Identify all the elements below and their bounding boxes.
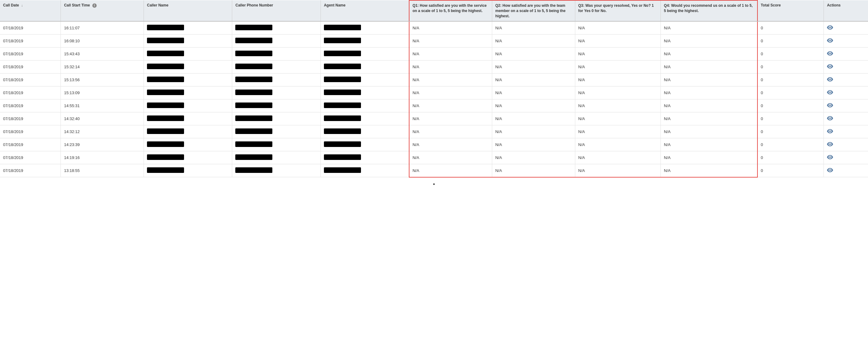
redacted-caller-phone (235, 64, 272, 69)
cell-q3: N/A (575, 86, 661, 99)
info-icon[interactable]: i (92, 3, 97, 8)
cell-q3: N/A (575, 125, 661, 138)
cell-total-score: 0 (757, 112, 824, 125)
table-row: 07/18/201915:43:43N/AN/AN/AN/A0 (0, 48, 868, 61)
table-row: 07/18/201913:18:55N/AN/AN/AN/A0 (0, 164, 868, 177)
redacted-caller-name (147, 25, 184, 30)
cell-q2: N/A (492, 61, 575, 73)
cell-actions (824, 164, 868, 177)
col-header-q3: Q3: Was your query resolved, Yes or No? … (575, 0, 661, 21)
cell-q4: N/A (661, 99, 757, 112)
table-row: 07/18/201916:11:07N/AN/AN/AN/A0 (0, 21, 868, 35)
cell-agent-name (320, 99, 409, 112)
cell-agent-name (320, 48, 409, 61)
view-button[interactable] (827, 155, 833, 159)
cell-agent-name (320, 86, 409, 99)
cell-q3: N/A (575, 48, 661, 61)
cell-q4: N/A (661, 73, 757, 86)
redacted-caller-name (147, 116, 184, 121)
redacted-caller-phone (235, 154, 272, 160)
cell-caller-name (144, 61, 232, 73)
redacted-caller-phone (235, 128, 272, 134)
cell-q2: N/A (492, 164, 575, 177)
cell-q3: N/A (575, 112, 661, 125)
cell-caller-phone (232, 99, 320, 112)
cell-q3: N/A (575, 61, 661, 73)
view-button[interactable] (827, 38, 833, 42)
cell-q1: N/A (409, 151, 492, 164)
cell-q1: N/A (409, 48, 492, 61)
cell-total-score: 0 (757, 151, 824, 164)
view-button[interactable] (827, 77, 833, 82)
cell-q2: N/A (492, 125, 575, 138)
cell-q3: N/A (575, 164, 661, 177)
redacted-agent-name (324, 154, 361, 160)
view-button[interactable] (827, 129, 833, 133)
cell-total-score: 0 (757, 35, 824, 48)
cell-q3: N/A (575, 21, 661, 35)
redacted-caller-name (147, 77, 184, 82)
cell-call-start: 16:08:10 (61, 35, 144, 48)
cell-caller-name (144, 125, 232, 138)
col-header-q4: Q4: Would you recommend us on a scale of… (661, 0, 757, 21)
redacted-caller-phone (235, 38, 272, 43)
cell-q1: N/A (409, 21, 492, 35)
redacted-caller-phone (235, 116, 272, 121)
col-header-call-start-label: Call Start Time (64, 3, 90, 7)
cell-actions (824, 35, 868, 48)
cell-actions (824, 73, 868, 86)
cell-total-score: 0 (757, 138, 824, 151)
view-button[interactable] (827, 103, 833, 108)
cell-agent-name (320, 138, 409, 151)
redacted-caller-name (147, 128, 184, 134)
cell-actions (824, 125, 868, 138)
cell-q1: N/A (409, 125, 492, 138)
cell-q4: N/A (661, 35, 757, 48)
col-header-q1: Q1: How satisfied are you with the servi… (409, 0, 492, 21)
col-header-agent-name: Agent Name (320, 0, 409, 21)
redacted-caller-name (147, 142, 184, 147)
col-header-total-score: Total Score (757, 0, 824, 21)
cell-call-start: 15:13:09 (61, 86, 144, 99)
view-button[interactable] (827, 116, 833, 120)
cell-call-start: 14:32:12 (61, 125, 144, 138)
cell-call-start: 13:18:55 (61, 164, 144, 177)
cell-q1: N/A (409, 61, 492, 73)
cell-actions (824, 86, 868, 99)
view-button[interactable] (827, 25, 833, 30)
cell-call-date: 07/18/2019 (0, 138, 61, 151)
col-header-call-date[interactable]: Call Date ↓ (0, 0, 61, 21)
cell-caller-name (144, 151, 232, 164)
redacted-agent-name (324, 102, 361, 108)
view-button[interactable] (827, 168, 833, 172)
cell-actions (824, 61, 868, 73)
cell-caller-phone (232, 35, 320, 48)
col-header-call-start-time[interactable]: Call Start Time i (61, 0, 144, 21)
cell-call-date: 07/18/2019 (0, 112, 61, 125)
view-button[interactable] (827, 51, 833, 56)
view-button[interactable] (827, 142, 833, 146)
col-header-caller-phone: Caller Phone Number (232, 0, 320, 21)
cell-call-date: 07/18/2019 (0, 73, 61, 86)
cell-q1: N/A (409, 73, 492, 86)
redacted-caller-name (147, 167, 184, 173)
cell-caller-name (144, 86, 232, 99)
cell-caller-name (144, 164, 232, 177)
cell-q1: N/A (409, 86, 492, 99)
cell-call-date: 07/18/2019 (0, 125, 61, 138)
cell-q3: N/A (575, 99, 661, 112)
redacted-agent-name (324, 90, 361, 95)
cell-total-score: 0 (757, 21, 824, 35)
redacted-caller-phone (235, 25, 272, 30)
cell-agent-name (320, 125, 409, 138)
cell-q2: N/A (492, 112, 575, 125)
col-header-call-date-label: Call Date (3, 3, 19, 7)
cell-actions (824, 48, 868, 61)
view-button[interactable] (827, 64, 833, 68)
cell-actions (824, 112, 868, 125)
cell-caller-phone (232, 48, 320, 61)
cell-q2: N/A (492, 73, 575, 86)
redacted-caller-phone (235, 51, 272, 56)
view-button[interactable] (827, 90, 833, 94)
cell-caller-phone (232, 21, 320, 35)
